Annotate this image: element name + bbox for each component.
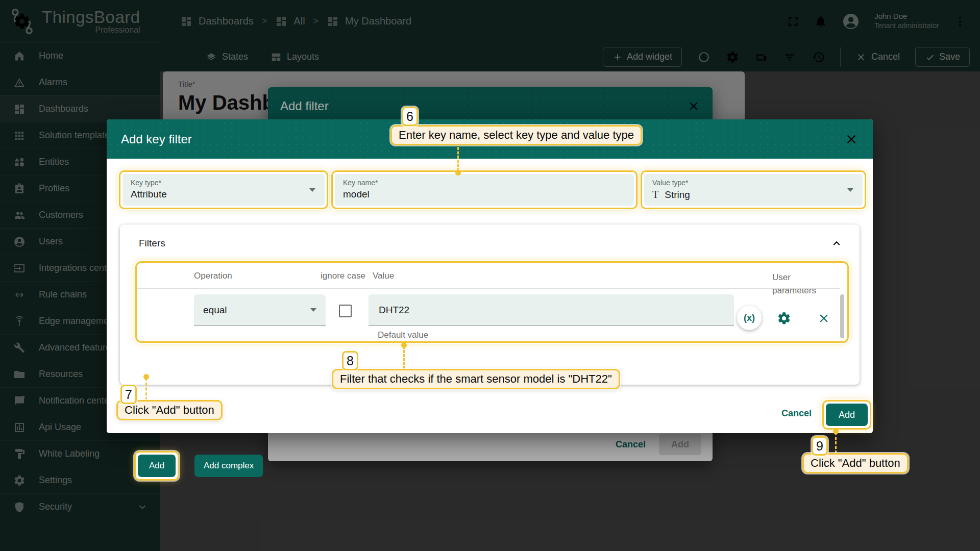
- key-type-value: Attribute: [131, 189, 316, 200]
- key-name-input[interactable]: Key name* model: [335, 174, 634, 206]
- dynamic-value-icon[interactable]: (x): [737, 306, 762, 330]
- value-type-label: Value type*: [652, 179, 854, 187]
- add-complex-button[interactable]: Add complex: [194, 455, 263, 477]
- step-6-callout: Enter key name, select key type and valu…: [390, 125, 642, 145]
- ignore-case-column-header: ignore case: [321, 271, 365, 281]
- chevron-down-icon: [309, 188, 315, 192]
- step-8-connector: [403, 346, 405, 369]
- add-filter-row-button[interactable]: Add: [138, 455, 176, 477]
- row-settings-gear-icon[interactable]: [777, 311, 791, 325]
- step-9-badge: 9: [812, 436, 828, 456]
- filters-title: Filters: [139, 238, 165, 249]
- dialog-add-button[interactable]: Add: [826, 404, 868, 426]
- row-scrollbar[interactable]: [840, 294, 844, 338]
- key-fields-row: Key type* Attribute Key name* model Valu…: [119, 170, 866, 209]
- step-6-dot: [455, 170, 461, 176]
- operation-value: equal: [203, 305, 227, 316]
- key-type-highlight: Key type* Attribute: [119, 170, 328, 209]
- value-type-highlight: Value type* TString: [641, 170, 866, 209]
- chevron-down-icon: [310, 308, 316, 312]
- filter-row-highlight: Operation ignore case Value User paramet…: [135, 261, 849, 343]
- thingsboard-app: ThingsBoard Professional Home Alarms Das…: [0, 0, 980, 551]
- filter-value-field: [369, 294, 734, 326]
- step-7-connector: [145, 378, 147, 400]
- step-6-connector: [457, 147, 459, 171]
- dynamic-value-glyph: (x): [744, 313, 755, 323]
- operation-select[interactable]: equal: [194, 294, 326, 326]
- ignore-case-checkbox[interactable]: [339, 305, 352, 317]
- key-type-select[interactable]: Key type* Attribute: [122, 174, 325, 206]
- close-icon[interactable]: [844, 132, 859, 146]
- key-type-label: Key type*: [131, 179, 316, 187]
- dialog-cancel-button[interactable]: Cancel: [781, 408, 812, 419]
- step-8-callout: Filter that checks if the smart sensor m…: [332, 369, 620, 389]
- step-8-badge: 8: [342, 351, 358, 370]
- step-6-badge: 6: [402, 107, 418, 126]
- add-key-filter-dialog-title: Add key filter: [121, 132, 192, 146]
- chevron-down-icon: [847, 188, 853, 192]
- user-parameters-column-header: User parameters: [772, 271, 828, 297]
- default-value-hint: Default value: [378, 330, 428, 340]
- key-name-highlight: Key name* model: [331, 170, 638, 209]
- text-type-icon: T: [652, 189, 658, 201]
- dialog-add-highlight: Add: [822, 400, 871, 430]
- step-9-connector: [835, 432, 837, 454]
- filters-card: Filters Operation ignore case Value User…: [120, 224, 860, 385]
- step-9-callout: Click "Add" button: [802, 453, 909, 473]
- key-name-label: Key name*: [343, 179, 626, 187]
- value-column-header: Value: [373, 271, 394, 281]
- add-filter-row-highlight: Add: [134, 451, 179, 481]
- header-divider: [137, 288, 840, 289]
- value-type-value: String: [665, 189, 690, 201]
- value-type-select[interactable]: Value type* TString: [644, 174, 863, 206]
- step-7-badge: 7: [120, 385, 137, 404]
- remove-x-icon[interactable]: [817, 312, 830, 325]
- chevron-up-icon[interactable]: [830, 237, 843, 250]
- operation-column-header: Operation: [194, 271, 232, 281]
- key-name-value: model: [343, 189, 626, 200]
- filter-value-input[interactable]: [378, 304, 725, 316]
